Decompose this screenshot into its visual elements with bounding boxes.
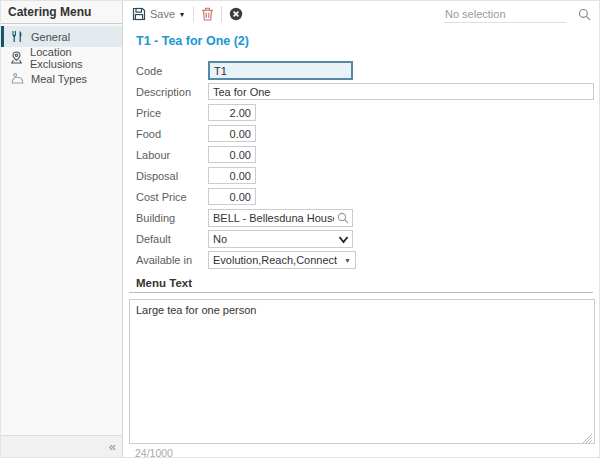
character-counter: 24/1000 (135, 447, 593, 457)
menu-text-section: Menu Text Large tea for one person 24/10… (129, 277, 593, 457)
building-label: Building (136, 212, 208, 224)
form-row-code: Code (136, 62, 599, 79)
sidebar: Catering Menu General (1, 1, 123, 457)
sidebar-item-general[interactable]: General (1, 26, 122, 47)
form-row-building: Building BELL - Bellesduna House (136, 209, 599, 226)
sidebar-footer: « (1, 435, 122, 457)
save-dropdown-caret-icon[interactable]: ▾ (180, 10, 184, 19)
sidebar-title: Catering Menu (1, 1, 122, 24)
cost-price-label: Cost Price (136, 191, 208, 203)
labour-label: Labour (136, 149, 208, 161)
save-button[interactable]: Save ▾ (132, 7, 186, 21)
cancel-icon (229, 7, 243, 21)
menu-text-input[interactable]: Large tea for one person (129, 299, 595, 444)
toolbar: Save ▾ (123, 1, 599, 27)
form-row-description: Description (136, 83, 599, 100)
chevron-down-icon (338, 235, 349, 244)
resize-handle[interactable] (582, 433, 592, 443)
dropdown-arrow-icon: ▼ (344, 257, 351, 264)
search-icon[interactable] (337, 212, 349, 224)
record-title: T1 - Tea for One (2) (136, 34, 599, 48)
utensils-icon (8, 30, 26, 43)
delete-button[interactable] (201, 7, 214, 21)
description-input[interactable] (208, 83, 594, 100)
collapse-sidebar-button[interactable]: « (109, 440, 116, 453)
selection-search-input[interactable] (444, 6, 566, 23)
search-icon[interactable] (578, 8, 591, 21)
form-row-food: Food (136, 125, 599, 142)
price-input[interactable] (208, 104, 256, 121)
toolbar-separator (221, 6, 222, 22)
selection-search-box (444, 6, 591, 23)
cost-price-input[interactable] (208, 188, 256, 205)
building-value: BELL - Bellesduna House (213, 212, 334, 224)
code-label: Code (136, 65, 208, 77)
available-in-value: Evolution,Reach,Connect,Conn (213, 254, 337, 266)
main-panel: Save ▾ (123, 1, 599, 457)
form-row-price: Price (136, 104, 599, 121)
sidebar-item-label: Location Exclusions (30, 46, 122, 70)
disposal-input[interactable] (208, 167, 256, 184)
building-lookup-field[interactable]: BELL - Bellesduna House (208, 209, 353, 227)
description-label: Description (136, 86, 208, 98)
default-label: Default (136, 233, 208, 245)
default-value: No (213, 233, 334, 245)
toolbar-separator (193, 6, 194, 22)
delete-icon (201, 7, 214, 21)
sidebar-item-meal-types[interactable]: Meal Types (1, 68, 122, 89)
cancel-button[interactable] (229, 7, 243, 21)
app-window: Catering Menu General (0, 0, 600, 458)
form-row-default: Default No (136, 230, 599, 247)
default-select[interactable]: No (208, 230, 353, 248)
food-label: Food (136, 128, 208, 140)
code-input[interactable] (208, 61, 353, 80)
available-in-multiselect[interactable]: Evolution,Reach,Connect,Conn ▼ (208, 251, 356, 269)
form-row-disposal: Disposal (136, 167, 599, 184)
price-label: Price (136, 107, 208, 119)
sidebar-items: General Location Exclusions (1, 24, 122, 89)
save-icon (132, 7, 146, 21)
sidebar-item-label: Meal Types (31, 73, 87, 85)
form-row-cost-price: Cost Price (136, 188, 599, 205)
save-button-label: Save (150, 8, 175, 20)
labour-input[interactable] (208, 146, 256, 163)
location-pin-icon (8, 51, 25, 64)
menu-text-header: Menu Text (129, 277, 593, 293)
sidebar-item-location-exclusions[interactable]: Location Exclusions (1, 47, 122, 68)
cloche-icon (8, 72, 26, 85)
disposal-label: Disposal (136, 170, 208, 182)
form-row-labour: Labour (136, 146, 599, 163)
menu-textarea-wrap: Large tea for one person (129, 299, 593, 444)
form-row-available-in: Available in Evolution,Reach,Connect,Con… (136, 251, 599, 268)
record-form: Code Description Price Food Labour Dispo (136, 62, 599, 272)
food-input[interactable] (208, 125, 256, 142)
sidebar-item-label: General (31, 31, 70, 43)
available-in-label: Available in (136, 254, 208, 266)
